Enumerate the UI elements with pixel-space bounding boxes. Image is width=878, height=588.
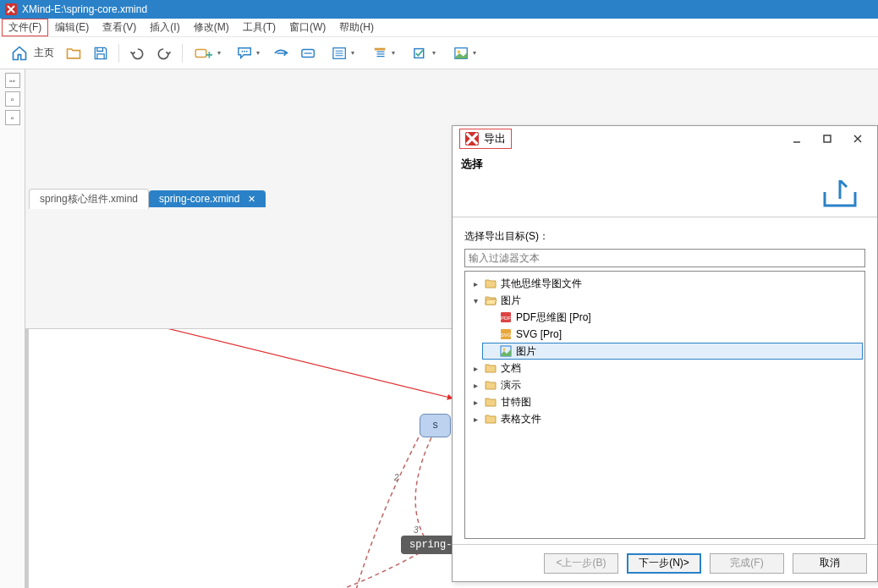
folder-icon	[484, 277, 497, 290]
undo-button[interactable]	[124, 41, 150, 65]
expand-icon[interactable]: ▸	[470, 364, 480, 373]
svg-line-10	[39, 329, 453, 398]
expand-icon[interactable]: ▸	[470, 398, 480, 407]
edge-label-2: 2	[394, 473, 399, 482]
tree-label: 图片	[501, 294, 521, 308]
folder-icon	[484, 412, 497, 426]
home-button[interactable]	[7, 41, 32, 65]
maximize-button[interactable]	[815, 129, 840, 149]
app-title: XMind	[22, 3, 51, 15]
tree-image-item[interactable]: 图片	[482, 343, 863, 360]
svg-rect-0	[195, 49, 206, 57]
image-file-icon	[499, 344, 513, 358]
title-bar: XMind - E:\spring-core.xmind	[0, 0, 878, 19]
tree-image-folder[interactable]: ▾ 图片	[467, 292, 863, 309]
chevron-down-icon: ▾	[392, 49, 395, 57]
tree-label: 其他思维导图文件	[501, 277, 582, 291]
gutter-btn-3[interactable]: ▫	[5, 110, 20, 125]
folder-icon	[484, 395, 497, 409]
chevron-down-icon: ▾	[217, 49, 221, 57]
dialog-title-bar[interactable]: 导出	[453, 126, 877, 151]
comment-button[interactable]: ▾	[228, 41, 267, 65]
edge-label-3a: 3	[414, 525, 419, 535]
export-tree[interactable]: ▸ 其他思维导图文件 ▾ 图片 PDF PDF思维图 [Pro] SVG SVG	[464, 271, 865, 539]
target-label: 选择导出目标(S)：	[464, 229, 865, 244]
cancel-button[interactable]: 取消	[793, 553, 867, 574]
svg-text:SVG: SVG	[501, 332, 512, 338]
tab-inactive[interactable]: spring核心组件.xmind	[29, 189, 149, 209]
tree-presentation[interactable]: ▸ 演示	[467, 376, 863, 393]
list-button[interactable]: ▾	[323, 41, 362, 65]
tab-close-icon[interactable]: ✕	[248, 194, 255, 205]
minimize-button[interactable]	[784, 129, 809, 149]
tree-pdf-mindmap[interactable]: PDF PDF思维图 [Pro]	[482, 309, 863, 326]
toolbar: 主页 ▾ ▾ ▾ ▾ ▾ ▾	[0, 37, 878, 69]
expand-icon[interactable]: ▸	[470, 415, 480, 424]
svg-text:PDF: PDF	[501, 316, 511, 321]
gutter-btn-2[interactable]: ▫	[5, 91, 20, 107]
svg-rect-6	[375, 47, 386, 50]
menu-view[interactable]: 查看(V)	[96, 19, 143, 36]
export-dialog: 导出 选择 选择导出目标(S)： ▸ 其他思维导图文件 ▾ 图片	[452, 125, 878, 582]
image-button[interactable]: ▾	[445, 41, 484, 65]
menu-bar: 文件(F) 编辑(E) 查看(V) 插入(I) 修改(M) 工具(T) 窗口(W…	[0, 19, 878, 37]
menu-window[interactable]: 窗口(W)	[283, 19, 332, 36]
dialog-title: 导出	[484, 131, 506, 146]
tree-label: 演示	[501, 378, 521, 393]
tree-label: 表格文件	[501, 412, 541, 426]
save-button[interactable]	[88, 41, 113, 65]
chevron-down-icon: ▾	[351, 49, 354, 57]
expand-icon[interactable]: ▸	[470, 381, 480, 390]
label-button[interactable]	[296, 41, 321, 65]
svg-rect-12	[824, 135, 831, 142]
menu-help[interactable]: 帮助(H)	[332, 19, 381, 36]
pdf-icon: PDF	[499, 310, 513, 324]
task-button[interactable]: ▾	[404, 41, 443, 65]
svg-icon: SVG	[499, 327, 513, 341]
svg-point-1	[242, 50, 244, 52]
add-topic-button[interactable]: ▾	[188, 41, 227, 65]
svg-point-2	[244, 50, 245, 52]
tree-document[interactable]: ▸ 文档	[467, 360, 863, 376]
marker-button[interactable]: ▾	[364, 41, 403, 65]
tab-active[interactable]: spring-core.xmind ✕	[149, 190, 266, 207]
left-gutter: ◦◦ ▫ ▫	[0, 69, 25, 588]
dialog-footer: <上一步(B) 下一步(N)> 完成(F) 取消	[453, 544, 877, 581]
toolbar-sep-1	[118, 44, 119, 63]
open-button[interactable]	[61, 41, 86, 65]
redo-button[interactable]	[151, 41, 177, 65]
file-path: E:\spring-core.xmind	[54, 3, 147, 15]
node-root[interactable]: s	[420, 414, 451, 437]
next-button[interactable]: 下一步(N)>	[627, 553, 701, 574]
link-button[interactable]	[269, 41, 294, 65]
tree-other-mindmap[interactable]: ▸ 其他思维导图文件	[467, 275, 863, 292]
folder-icon	[484, 378, 497, 392]
dialog-body: 选择导出目标(S)： ▸ 其他思维导图文件 ▾ 图片 PDF PDF思维图 [P…	[453, 217, 877, 544]
menu-file[interactable]: 文件(F)	[2, 19, 48, 36]
svg-point-3	[246, 50, 248, 52]
tree-label: 文档	[501, 361, 521, 376]
menu-insert[interactable]: 插入(I)	[143, 19, 186, 36]
back-button: <上一步(B)	[544, 553, 618, 574]
dialog-app-icon	[465, 132, 479, 146]
menu-edit[interactable]: 编辑(E)	[48, 19, 96, 36]
chevron-down-icon: ▾	[432, 49, 436, 57]
tree-label: PDF思维图 [Pro]	[516, 310, 591, 325]
expand-icon[interactable]: ▸	[470, 279, 480, 289]
folder-icon	[484, 361, 497, 375]
tree-svg[interactable]: SVG SVG [Pro]	[482, 326, 863, 343]
collapse-icon[interactable]: ▾	[470, 296, 480, 305]
tree-gantt[interactable]: ▸ 甘特图	[467, 393, 863, 410]
close-button[interactable]	[845, 129, 870, 149]
filter-input[interactable]	[464, 249, 865, 267]
tab-active-label: spring-core.xmind	[159, 193, 239, 205]
home-label: 主页	[34, 46, 54, 60]
folder-open-icon	[484, 294, 497, 307]
finish-button: 完成(F)	[710, 553, 784, 574]
dialog-subtitle: 选择	[453, 151, 877, 175]
tree-label: 甘特图	[501, 395, 531, 409]
tree-spreadsheet[interactable]: ▸ 表格文件	[467, 410, 863, 427]
gutter-btn-1[interactable]: ◦◦	[5, 73, 20, 88]
menu-modify[interactable]: 修改(M)	[187, 19, 236, 36]
menu-tools[interactable]: 工具(T)	[236, 19, 283, 36]
